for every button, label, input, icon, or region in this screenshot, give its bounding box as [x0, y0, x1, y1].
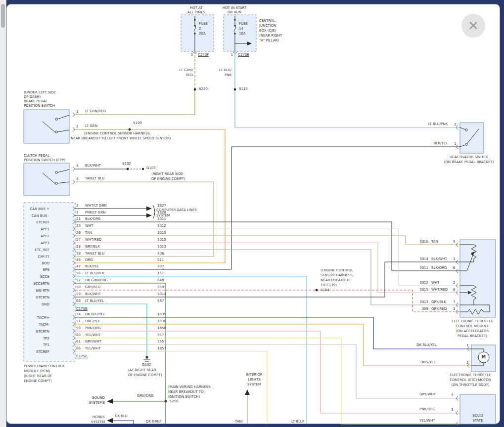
wire-wht-red-3015: [75, 243, 460, 293]
scrollbar[interactable]: [0, 0, 6, 427]
can-arrow-icon: [146, 214, 152, 218]
ground-g103-symbol: [142, 168, 144, 170]
interior-lights-arrow-icon: [245, 389, 250, 395]
wire-tan-lt-blu-306: [74, 182, 214, 256]
pin-connector-symbol: [73, 113, 75, 117]
wire-gry-blk-3013: [75, 250, 460, 305]
wire-blk-org-3011: [75, 222, 460, 271]
splice-s109: [129, 128, 131, 131]
close-icon: ✕: [468, 18, 479, 33]
clutch-switch-box: [24, 163, 69, 196]
close-button[interactable]: ✕: [461, 14, 485, 38]
pin-connector-symbol: [73, 128, 75, 131]
pin-connector-symbol: [73, 167, 75, 171]
wire-org-yel-1836: [75, 324, 471, 366]
fuse-box-left: [181, 15, 214, 51]
scrollbar-thumb[interactable]: [1, 4, 5, 28]
splice-s113: [234, 88, 236, 91]
wire-lt-blu-pnk: [235, 51, 460, 128]
splice-s220: [194, 88, 196, 91]
etc-module-box: [460, 240, 496, 317]
horns-system-arrow-icon: [107, 418, 113, 423]
brake-switch-box: [24, 110, 69, 143]
splice-s102: [127, 168, 129, 171]
can-brace: [153, 205, 155, 219]
splice-s296: [165, 400, 167, 403]
fuse-box-right: [224, 15, 256, 51]
solid-state-box: [460, 394, 496, 424]
wire-can-bus: [75, 209, 146, 215]
sound-systems-arrow-icon: [107, 399, 113, 404]
splice-s104: [316, 289, 318, 292]
wire-lt-grn-red: [74, 89, 195, 115]
pin-connector-symbol: [73, 180, 75, 184]
wiring-diagram: [0, 0, 504, 427]
wire-yel-wht-357: [75, 338, 460, 424]
wire-dk-blu-horns: [113, 421, 134, 424]
wire-lt-blu-yel-567: [75, 304, 147, 356]
wire-pnk-org-1858: [75, 331, 460, 413]
pcm-box: [24, 203, 75, 361]
viewer-window: HOT ATALL TIMES HOT IN STARTOR RUN FUSE2…: [0, 0, 504, 427]
wire-wht-3012: [75, 229, 460, 286]
ground-g102-symbol: [143, 356, 150, 362]
wire-yel-wht-1857: [75, 351, 267, 424]
wire-blk-yel-307: [75, 147, 460, 269]
wire-blk-wht-3014: [75, 262, 460, 297]
wire-gry-wht-355: [75, 344, 460, 398]
wire-dk-grn-org-848: [75, 283, 166, 424]
wire-gry-red-359: [75, 290, 460, 312]
wire-tan-3010: [75, 236, 460, 245]
can-arrow-icon: [146, 207, 152, 211]
